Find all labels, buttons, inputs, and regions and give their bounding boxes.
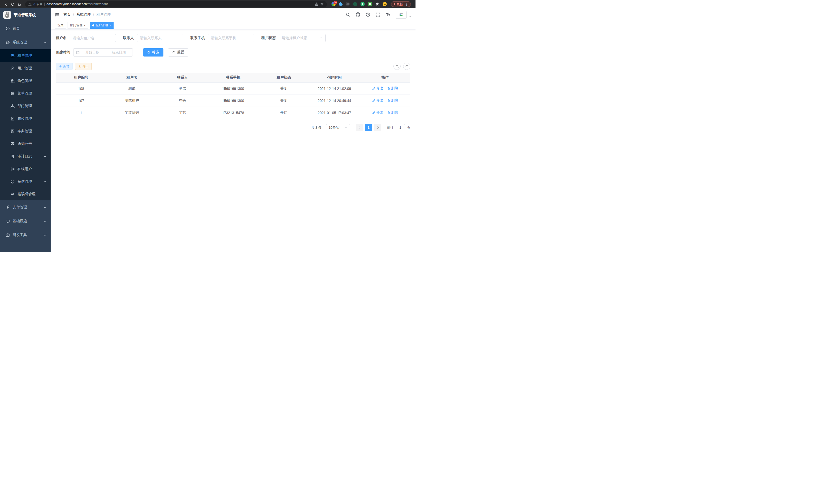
sidebar-item-label: 租户管理 [18,53,32,58]
download-icon [78,65,81,68]
sidebar-item-dept[interactable]: 部门管理 [0,100,51,112]
extension-icon-colorful[interactable]: 10 [332,2,336,6]
sidebar-item-pay[interactable]: 支付管理 [0,200,51,214]
cell-actions: 修改删除 [360,83,410,94]
edit-icon [372,87,375,90]
close-icon[interactable]: × [109,24,111,27]
github-icon[interactable] [355,12,360,17]
browser-menu-icon[interactable]: ⋮ [404,2,408,6]
close-icon[interactable]: × [84,24,86,27]
create-time-range-picker[interactable]: 开始日期 - 结束日期 [73,48,133,57]
sidebar-item-infra[interactable]: 基础设施 [0,214,51,228]
sidebar-item-sms[interactable]: 短信管理 [0,175,51,188]
sidebar-item-label: 在线用户 [18,167,32,171]
sidebar-item-label: 支付管理 [12,205,27,210]
tree-icon [10,104,15,108]
help-icon[interactable] [366,12,370,17]
breadcrumb-item[interactable]: 系统管理 [76,12,91,17]
next-page-button[interactable] [374,124,381,131]
sidebar-item-role[interactable]: 角色管理 [0,75,51,87]
update-dot [394,3,395,5]
tenant-name-input[interactable] [69,34,116,42]
phone-input[interactable] [208,34,254,42]
extension-icon-blue-diamond[interactable] [338,2,343,6]
fullscreen-icon[interactable] [376,12,380,17]
sidebar-item-dict[interactable]: 字典管理 [0,125,51,138]
edit-button[interactable]: 修改 [372,86,383,91]
sidebar-item-menu[interactable]: 菜单管理 [0,87,51,100]
bookmark-star-icon[interactable] [320,2,324,6]
extension-icon-green-circle[interactable] [361,2,365,6]
sidebar-item-audit-log[interactable]: 审计日志 [0,150,51,162]
profile-avatar-icon[interactable] [382,2,387,6]
edit-button[interactable]: 修改 [372,110,383,115]
sidebar-item-home[interactable]: 首页 [0,22,51,35]
delete-button[interactable]: 删除 [387,98,398,103]
cell-tenant-name: 测试 [106,83,157,94]
page-1-button[interactable]: 1 [365,124,372,131]
cell-created: 2021-12-14 21:02:09 [309,83,360,94]
cell-created: 2021-01-05 17:03:47 [309,107,360,119]
extension-icon-green-chat[interactable] [368,2,372,6]
breadcrumb-item[interactable]: 首页 [63,12,71,17]
export-button[interactable]: 导出 [75,63,92,70]
address-bar[interactable]: 不安全 dashboard.yudao.iocoder.cn/system/te… [25,1,327,7]
extension-icon-dark-green[interactable] [353,2,357,6]
monitor-icon [6,219,10,223]
sidebar-item-label: 审计日志 [18,154,32,159]
tab-dept[interactable]: 部门管理× [67,22,88,29]
search-icon[interactable] [346,12,350,17]
goto-page-input[interactable] [396,124,405,131]
page-size-select[interactable]: 10条/页 [326,124,350,131]
prev-page-button[interactable] [355,124,363,131]
filter-create-time: 创建时间 开始日期 - 结束日期 [56,48,133,57]
chevron-down-icon [43,219,47,223]
sidebar-item-error-code[interactable]: 错误码管理 [0,188,51,200]
filter-tenant-name: 租户名 [56,34,116,42]
extensions-puzzle-icon[interactable] [375,2,379,6]
cell-phone: 15601691300 [208,94,258,107]
tenant-name-label: 租户名 [56,36,66,40]
code-icon [10,192,15,196]
avatar[interactable] [396,11,406,19]
delete-button[interactable]: 删除 [387,110,398,115]
delete-button[interactable]: 删除 [387,86,398,91]
sidebar-item-label: 用户管理 [18,66,32,71]
column-header: 联系人 [157,73,208,83]
reset-button[interactable]: 重置 [168,48,188,57]
sidebar-item-system[interactable]: 系统管理 [0,35,51,49]
toggle-search-button[interactable] [393,63,401,70]
tab-tenant[interactable]: 租户管理× [90,22,114,29]
divider [45,3,45,6]
user-icon [10,66,15,70]
peoples-icon [10,54,15,58]
cell-phone: 17321315478 [208,107,258,119]
tenant-status-select[interactable]: 请选择租户状态 [279,34,325,42]
contact-input[interactable] [137,34,183,42]
share-icon[interactable] [315,2,318,6]
column-header: 联系手机 [208,73,258,83]
refresh-table-button[interactable] [403,63,410,70]
add-button[interactable]: 新增 [56,63,73,70]
chevron-down-icon[interactable] [409,15,411,19]
sidebar-item-post[interactable]: 岗位管理 [0,112,51,125]
sidebar-item-tenant[interactable]: 租户管理 [0,49,51,62]
sidebar-item-dev-tool[interactable]: 研发工具 [0,228,51,242]
extension-icon-gray-ring[interactable] [346,2,350,6]
reload-button[interactable] [9,1,16,7]
font-size-icon[interactable] [386,12,390,17]
sidebar-toggle-icon[interactable] [55,12,59,17]
search-button[interactable]: 搜索 [143,48,164,57]
home-button[interactable] [16,1,23,7]
tool-icon [6,233,10,237]
edit-button[interactable]: 修改 [372,98,383,103]
sidebar-item-online-user[interactable]: 在线用户 [0,162,51,175]
sidebar-item-notice[interactable]: 通知公告 [0,138,51,150]
update-button[interactable]: 更新 ⋮ [391,1,411,7]
sidebar-item-user[interactable]: 用户管理 [0,62,51,75]
back-button[interactable] [3,1,9,7]
security-label[interactable]: 不安全 [33,2,42,6]
cell-phone: 15601691300 [208,83,258,94]
tab-home[interactable]: 首页 [55,22,66,29]
navbar-actions [346,11,411,19]
